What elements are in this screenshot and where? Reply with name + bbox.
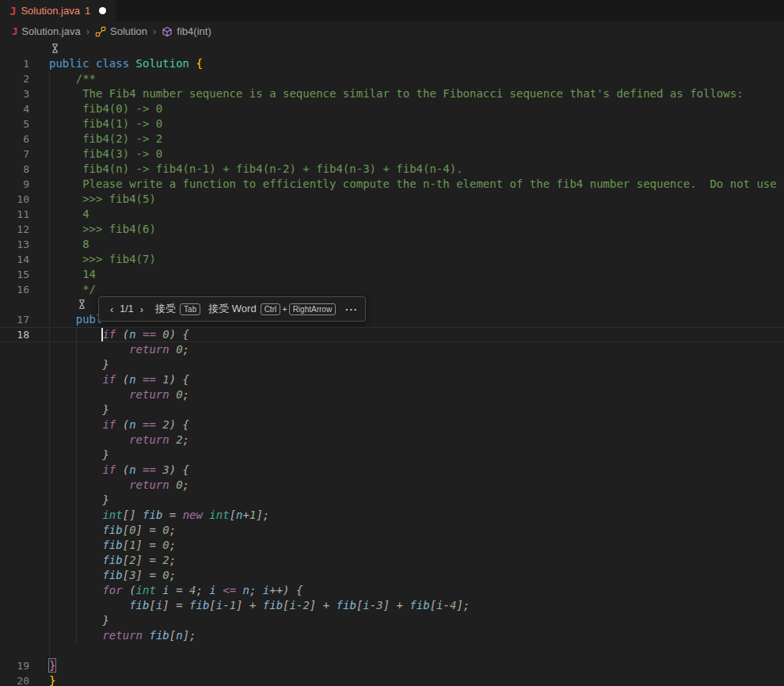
- code-line[interactable]: 10 >>> fib4(5): [0, 192, 784, 207]
- code-line[interactable]: }: [0, 357, 784, 372]
- code-line[interactable]: fib[2] = 2;: [0, 553, 784, 568]
- line-number[interactable]: 12: [0, 222, 40, 237]
- code-line[interactable]: }: [0, 402, 784, 417]
- line-number[interactable]: 15: [0, 267, 40, 282]
- code-line[interactable]: 16 */: [0, 282, 784, 297]
- code-line[interactable]: 20}: [0, 673, 784, 686]
- code-editor[interactable]: 1public class Solution {2 /**3 The Fib4 …: [0, 41, 784, 686]
- code-line[interactable]: }: [0, 493, 784, 508]
- line-number[interactable]: 14: [0, 252, 40, 267]
- code-line[interactable]: return fib[n];: [0, 628, 784, 643]
- ghost-text-line: return 0;: [49, 478, 189, 493]
- line-number[interactable]: [0, 402, 40, 417]
- line-number[interactable]: [0, 493, 40, 508]
- line-number[interactable]: 17: [0, 312, 40, 327]
- line-number[interactable]: [0, 417, 40, 433]
- line-number[interactable]: [0, 613, 40, 628]
- line-number[interactable]: [0, 568, 40, 583]
- code-line[interactable]: if (n == 2) {: [0, 417, 784, 433]
- accept-suggestion-button[interactable]: 接受: [155, 302, 176, 316]
- code-line[interactable]: 5 fib4(1) -> 0: [0, 116, 784, 131]
- code-token: ] =: [136, 524, 163, 536]
- breadcrumb-class[interactable]: Solution: [110, 25, 147, 37]
- line-number[interactable]: [0, 583, 40, 598]
- code-line[interactable]: fib[0] = 0;: [0, 523, 784, 538]
- code-line[interactable]: if (n == 3) {: [0, 463, 784, 478]
- blank-line[interactable]: [0, 643, 784, 658]
- line-number[interactable]: 16: [0, 282, 40, 297]
- line-number[interactable]: 3: [0, 86, 40, 101]
- line-number[interactable]: [0, 448, 40, 463]
- code-line[interactable]: 8 fib4(n) -> fib4(n-1) + fib4(n-2) + fib…: [0, 162, 784, 177]
- code-text: 14: [49, 267, 96, 282]
- modified-indicator-dot[interactable]: [99, 7, 106, 14]
- code-line[interactable]: }: [0, 613, 784, 628]
- line-number[interactable]: [0, 553, 40, 568]
- code-line[interactable]: 9 Please write a function to efficiently…: [0, 177, 784, 192]
- line-number[interactable]: [0, 478, 40, 493]
- code-line[interactable]: 11 4: [0, 207, 784, 222]
- line-number[interactable]: [0, 598, 40, 613]
- code-line[interactable]: 3 The Fib4 number sequence is a sequence…: [0, 86, 784, 101]
- next-suggestion-button[interactable]: ›: [136, 303, 147, 315]
- line-number[interactable]: [0, 342, 40, 357]
- line-number[interactable]: 9: [0, 177, 40, 192]
- code-line[interactable]: fib[i] = fib[i-1] + fib[i-2] + fib[i-3] …: [0, 598, 784, 613]
- code-line[interactable]: return 2;: [0, 433, 784, 448]
- breadcrumb-method[interactable]: fib4(int): [177, 25, 211, 37]
- previous-suggestion-button[interactable]: ‹: [106, 303, 117, 315]
- line-number[interactable]: 4: [0, 101, 40, 116]
- line-number[interactable]: [0, 41, 40, 56]
- line-number[interactable]: [0, 538, 40, 553]
- code-line[interactable]: return 0;: [0, 478, 784, 493]
- line-number[interactable]: 18: [0, 327, 40, 342]
- code-line[interactable]: 15 14: [0, 267, 784, 282]
- code-line[interactable]: }: [0, 448, 784, 463]
- code-line[interactable]: 6 fib4(2) -> 2: [0, 131, 784, 147]
- line-number[interactable]: [0, 523, 40, 538]
- code-line[interactable]: 12 >>> fib4(6): [0, 222, 784, 237]
- line-number[interactable]: 1: [0, 56, 40, 71]
- inline-widget: [49, 297, 86, 312]
- breadcrumb-file[interactable]: Solution.java: [21, 25, 80, 37]
- code-line[interactable]: return 0;: [0, 342, 784, 357]
- line-number[interactable]: 13: [0, 237, 40, 252]
- line-number[interactable]: [0, 643, 40, 658]
- code-line[interactable]: return 0;: [0, 387, 784, 402]
- line-number[interactable]: 19: [0, 658, 40, 673]
- line-number[interactable]: [0, 387, 40, 402]
- code-line[interactable]: int[] fib = new int[n+1];: [0, 508, 784, 523]
- line-number[interactable]: [0, 628, 40, 643]
- code-line[interactable]: 2 /**: [0, 71, 784, 86]
- line-number[interactable]: 11: [0, 207, 40, 222]
- line-number[interactable]: 7: [0, 147, 40, 162]
- code-line[interactable]: 13 8: [0, 237, 784, 252]
- code-line[interactable]: 1public class Solution {: [0, 56, 784, 71]
- line-number[interactable]: 6: [0, 131, 40, 147]
- code-line[interactable]: 14 >>> fib4(7): [0, 252, 784, 267]
- code-line[interactable]: 7 fib4(3) -> 0: [0, 147, 784, 162]
- line-number[interactable]: 20: [0, 673, 40, 686]
- line-number[interactable]: 5: [0, 116, 40, 131]
- more-actions-button[interactable]: ···: [345, 303, 358, 315]
- line-number[interactable]: 10: [0, 192, 40, 207]
- code-line[interactable]: 19}: [0, 658, 784, 673]
- code-line[interactable]: 18 if (n == 0) {: [0, 327, 784, 342]
- line-number[interactable]: [0, 372, 40, 387]
- code-line[interactable]: for (int i = 4; i <= n; i++) {: [0, 583, 784, 598]
- accept-word-button[interactable]: 接受 Word: [208, 302, 256, 316]
- line-number[interactable]: [0, 463, 40, 478]
- line-number[interactable]: [0, 297, 40, 312]
- line-number[interactable]: [0, 433, 40, 448]
- inline-widget-row[interactable]: [0, 41, 784, 56]
- code-token: [136, 463, 143, 476]
- tab-solution-java[interactable]: J Solution.java 1: [0, 0, 116, 21]
- line-number[interactable]: 8: [0, 162, 40, 177]
- code-line[interactable]: if (n == 1) {: [0, 372, 784, 387]
- line-number[interactable]: [0, 357, 40, 372]
- code-line[interactable]: fib[3] = 0;: [0, 568, 784, 583]
- line-number[interactable]: [0, 508, 40, 523]
- code-line[interactable]: 4 fib4(0) -> 0: [0, 101, 784, 116]
- line-number[interactable]: 2: [0, 71, 40, 86]
- code-line[interactable]: fib[1] = 0;: [0, 538, 784, 553]
